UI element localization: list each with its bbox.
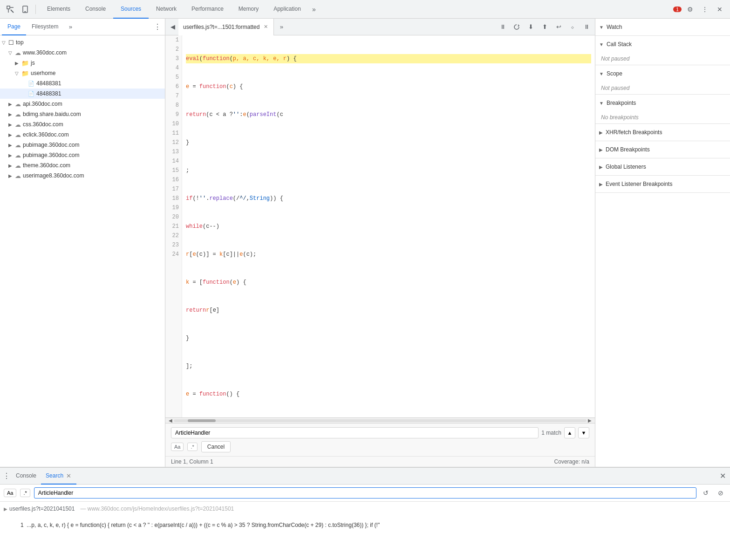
section-callstack-header[interactable]: ▼ Call Stack [595, 36, 730, 53]
tab-search-bottom[interactable]: Search ✕ [41, 468, 76, 485]
tree-item-bdimg[interactable]: ▶ ☁ bdimg.share.baidu.com [0, 109, 165, 119]
dom-arrow-icon: ▶ [599, 147, 603, 152]
toolbar-right: 1 ⚙ ⋮ ✕ [673, 3, 726, 16]
hscrollbar-thumb[interactable] [188, 419, 216, 422]
code-line-13: e = function() { [186, 389, 591, 399]
tree-arrow-css360: ▶ [8, 122, 15, 127]
line-num-8: 8 [168, 101, 179, 110]
xhr-arrow-icon: ▶ [599, 130, 603, 135]
tree-item-css360[interactable]: ▶ ☁ css.360doc.com [0, 119, 165, 130]
tab-performance[interactable]: Performance [184, 0, 231, 19]
more-tabs-btn[interactable]: » [308, 4, 320, 15]
code-line-3: return (c < a ? '' : e(parseInt(c [186, 110, 591, 119]
status-bar: Line 1, Column 1 Coverage: n/a [165, 456, 595, 467]
tab-console-bottom[interactable]: Console [11, 468, 41, 485]
tree-item-js[interactable]: ▶ 📁 js [0, 58, 165, 68]
find-input[interactable] [171, 427, 539, 438]
tree-item-www360[interactable]: ▽ ☁ www.360doc.com [0, 48, 165, 58]
find-next-btn[interactable]: ▼ [578, 427, 589, 438]
svg-rect-0 [7, 6, 10, 9]
search-tab-close-btn[interactable]: ✕ [65, 472, 72, 479]
tree-item-userhome[interactable]: ▽ 📁 userhome [0, 68, 165, 78]
center-panel: ◀ userfiles.js?t=...1501:formatted ✕ » ⏸… [165, 19, 595, 467]
panel-settings-btn[interactable]: ⋮ [152, 21, 163, 33]
code-line-9: k = [function(e) { [186, 278, 591, 287]
section-xhr-breakpoints: ▶ XHR/fetch Breakpoints [595, 124, 730, 141]
deactivate-breakpoints-btn[interactable]: ⬦ [566, 20, 579, 34]
more-options-btn[interactable]: ⋮ [698, 3, 711, 16]
bottom-regex-btn[interactable]: .* [20, 489, 30, 497]
section-breakpoints: ▼ Breakpoints No breakpoints [595, 95, 730, 124]
step-out-btn[interactable]: ⬆ [538, 20, 551, 34]
section-event-header[interactable]: ▶ Event Listener Breakpoints [595, 176, 730, 192]
tree-item-eclick360[interactable]: ▶ ☁ eclick.360doc.com [0, 130, 165, 140]
tree-item-top[interactable]: ▽ ☐ top [0, 37, 165, 48]
editor-tabs-bar: ◀ userfiles.js?t=...1501:formatted ✕ » ⏸… [165, 19, 595, 35]
find-cancel-btn[interactable]: Cancel [201, 441, 231, 452]
section-dom-header[interactable]: ▶ DOM Breakpoints [595, 141, 730, 158]
section-breakpoints-header[interactable]: ▼ Breakpoints [595, 95, 730, 111]
tree-item-theme360[interactable]: ▶ ☁ theme.360doc.com [0, 160, 165, 171]
search-result-line-1[interactable]: 1 ...p, a, c, k, e, r) { e = function(c)… [0, 514, 730, 536]
bottom-clear-btn[interactable]: ⊘ [715, 487, 726, 499]
close-devtools-btn[interactable]: ✕ [713, 3, 726, 16]
search-results: ▶ userfiles.js?t=2021041501 — www.360doc… [0, 502, 730, 560]
tree-label-css360: css.360doc.com [23, 121, 63, 128]
tab-console[interactable]: Console [78, 0, 113, 19]
tab-network[interactable]: Network [149, 0, 184, 19]
tree-item-userimage8[interactable]: ▶ ☁ userimage8.360doc.com [0, 171, 165, 181]
code-line-12: ]; [186, 362, 591, 371]
tab-sources[interactable]: Sources [113, 0, 149, 19]
section-watch-header[interactable]: ▼ Watch [595, 19, 730, 35]
settings-btn[interactable]: ⚙ [683, 3, 696, 16]
tree-item-file1[interactable]: 📄 48488381 [0, 78, 165, 89]
device-toggle-btn[interactable] [19, 3, 32, 16]
section-global-header[interactable]: ▶ Global Listeners [595, 158, 730, 175]
section-xhr-header[interactable]: ▶ XHR/fetch Breakpoints [595, 124, 730, 141]
bottom-tabs: ⋮ Console Search ✕ ✕ [0, 468, 730, 485]
bottom-case-btn[interactable]: Aa [4, 489, 16, 497]
horizontal-scrollbar[interactable]: ◀ ▶ [165, 417, 595, 423]
inspect-element-btn[interactable] [4, 3, 17, 16]
step-btn[interactable]: ↩ [552, 20, 565, 34]
bottom-refresh-btn[interactable]: ↺ [700, 487, 711, 499]
step-over-btn[interactable] [510, 20, 523, 34]
tab-elements[interactable]: Elements [40, 0, 78, 19]
editor-nav-back-btn[interactable]: ◀ [167, 21, 178, 33]
tab-filesystem[interactable]: Filesystem [26, 19, 64, 35]
line-num-17: 17 [168, 184, 179, 194]
find-regex-btn[interactable]: .* [187, 443, 197, 451]
find-prev-btn[interactable]: ▲ [564, 427, 575, 438]
pause-on-exceptions-btn[interactable]: ⏸ [580, 20, 593, 34]
editor-more-tabs-btn[interactable]: » [276, 21, 287, 33]
folder-icon-top: ☐ [8, 39, 14, 46]
callstack-label: Call Stack [607, 41, 632, 48]
code-area: 1 2 3 4 5 6 7 8 9 10 11 12 13 14 15 16 1 [165, 35, 595, 467]
code-scroll[interactable]: 1 2 3 4 5 6 7 8 9 10 11 12 13 14 15 16 1 [165, 35, 595, 417]
find-case-btn[interactable]: Aa [171, 443, 184, 451]
tree-label-www360: www.360doc.com [23, 49, 67, 56]
tree-item-pubimage1[interactable]: ▶ ☁ pubimage.360doc.com [0, 140, 165, 150]
tree-item-api360[interactable]: ▶ ☁ api.360doc.com [0, 99, 165, 109]
tab-memory[interactable]: Memory [231, 0, 266, 19]
editor-tab-close-btn[interactable]: ✕ [262, 24, 269, 30]
tree-item-pubimage2[interactable]: ▶ ☁ pubimage.360doc.com [0, 150, 165, 160]
panel-more-btn[interactable]: » [65, 21, 76, 33]
hscrollbar-track[interactable] [174, 419, 587, 422]
section-scope-header[interactable]: ▼ Scope [595, 65, 730, 82]
bottom-search-input[interactable] [34, 487, 696, 499]
close-bottom-panel-btn[interactable]: ✕ [717, 471, 728, 482]
line-num-24: 24 [168, 250, 179, 259]
line-num-12: 12 [168, 138, 179, 147]
tab-application[interactable]: Application [266, 0, 308, 19]
domain-icon-userimage8: ☁ [15, 172, 21, 179]
code-content[interactable]: eval(function(p, a, c, k, e, r) { e = fu… [182, 35, 595, 417]
tab-page[interactable]: Page [2, 19, 26, 35]
tree-item-file2[interactable]: 📄 48488381 [0, 89, 165, 99]
search-result-file-1[interactable]: ▶ userfiles.js?t=2021041501 — www.360doc… [0, 504, 730, 514]
pause-resume-btn[interactable]: ⏸ [496, 20, 509, 34]
tree-label-pubimage2: pubimage.360doc.com [23, 152, 79, 158]
bottom-options-btn[interactable]: ⋮ [2, 471, 11, 482]
step-into-btn[interactable]: ⬇ [524, 20, 537, 34]
editor-tab-userfiles[interactable]: userfiles.js?t=...1501:formatted ✕ [178, 19, 274, 35]
